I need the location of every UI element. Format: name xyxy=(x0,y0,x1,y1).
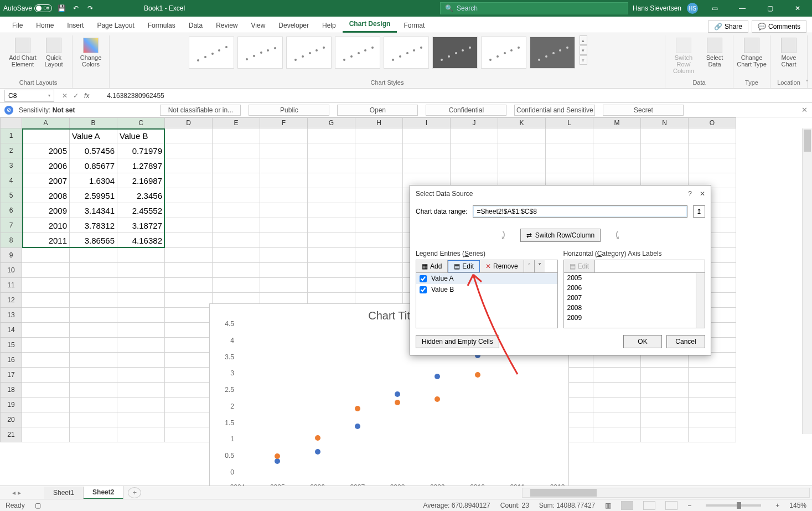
cell-B6[interactable]: 3.14341 xyxy=(70,203,117,218)
cell-C3[interactable]: 1.27897 xyxy=(117,158,165,173)
cell-L3[interactable] xyxy=(546,158,593,173)
column-header-B[interactable]: B xyxy=(70,117,117,128)
cell-O20[interactable] xyxy=(689,412,736,427)
cell-B21[interactable] xyxy=(70,427,117,442)
cell-A13[interactable] xyxy=(22,308,70,323)
sensitivity-secret[interactable]: Secret xyxy=(603,105,684,116)
name-box[interactable]: C8▾ xyxy=(4,90,54,102)
cell-O2[interactable] xyxy=(689,143,736,158)
chart-data-range-input[interactable] xyxy=(473,205,687,218)
series-move-up-button[interactable]: ˄ xyxy=(524,260,535,272)
cell-O17[interactable] xyxy=(689,368,736,383)
cell-F7[interactable] xyxy=(260,218,308,233)
cell-G7[interactable] xyxy=(308,218,355,233)
cell-E5[interactable] xyxy=(213,188,260,203)
cell-F6[interactable] xyxy=(260,203,308,218)
row-header-10[interactable]: 10 xyxy=(0,263,22,278)
cell-D10[interactable] xyxy=(165,263,213,278)
cell-B18[interactable] xyxy=(70,383,117,398)
cell-M17[interactable] xyxy=(593,368,641,383)
row-header-9[interactable]: 9 xyxy=(0,248,22,263)
cell-F4[interactable] xyxy=(260,173,308,188)
cell-D2[interactable] xyxy=(165,143,213,158)
cell-A16[interactable] xyxy=(22,353,70,368)
cell-A4[interactable]: 2007 xyxy=(22,173,70,188)
cell-A8[interactable]: 2011 xyxy=(22,233,70,248)
row-header-15[interactable]: 15 xyxy=(0,338,22,353)
zoom-out-button[interactable]: − xyxy=(687,502,691,509)
cell-C11[interactable] xyxy=(117,278,165,293)
cell-B11[interactable] xyxy=(70,278,117,293)
chart-styles-gallery[interactable]: ▴▾▿ xyxy=(188,35,587,78)
cell-D19[interactable] xyxy=(165,398,213,412)
cell-M19[interactable] xyxy=(593,398,641,412)
cell-J2[interactable] xyxy=(451,143,498,158)
cell-C9[interactable] xyxy=(117,248,165,263)
column-header-N[interactable]: N xyxy=(641,117,689,128)
row-header-7[interactable]: 7 xyxy=(0,218,22,233)
row-header-14[interactable]: 14 xyxy=(0,323,22,338)
column-header-J[interactable]: J xyxy=(451,117,498,128)
cell-E4[interactable] xyxy=(213,173,260,188)
cell-D1[interactable] xyxy=(165,128,213,143)
page-layout-view-button[interactable] xyxy=(643,501,655,510)
chart-style-3[interactable] xyxy=(286,37,332,69)
cell-B5[interactable]: 2.59951 xyxy=(70,188,117,203)
cell-H7[interactable] xyxy=(355,218,403,233)
cell-B7[interactable]: 3.78312 xyxy=(70,218,117,233)
change-chart-type-button[interactable]: Change Chart Type xyxy=(737,35,767,68)
cell-C13[interactable] xyxy=(117,308,165,323)
row-header-21[interactable]: 21 xyxy=(0,427,22,442)
cell-F2[interactable] xyxy=(260,143,308,158)
cell-G3[interactable] xyxy=(308,158,355,173)
cell-A7[interactable]: 2010 xyxy=(22,218,70,233)
cell-A5[interactable]: 2008 xyxy=(22,188,70,203)
cell-M20[interactable] xyxy=(593,412,641,427)
save-icon[interactable]: 💾 xyxy=(56,3,66,13)
cell-G10[interactable] xyxy=(308,263,355,278)
ribbon-options-icon[interactable]: ▭ xyxy=(704,0,726,17)
cell-G5[interactable] xyxy=(308,188,355,203)
chart-style-7[interactable] xyxy=(481,37,526,69)
search-box[interactable]: 🔍 Search xyxy=(440,2,628,14)
cell-G2[interactable] xyxy=(308,143,355,158)
cell-E10[interactable] xyxy=(213,263,260,278)
column-header-G[interactable]: G xyxy=(308,117,355,128)
chart-styles-nav[interactable]: ▴▾▿ xyxy=(580,35,587,65)
autosave-toggle[interactable]: AutoSave Off xyxy=(3,4,52,12)
cell-C7[interactable]: 3.18727 xyxy=(117,218,165,233)
cell-O18[interactable] xyxy=(689,383,736,398)
cell-B12[interactable] xyxy=(70,293,117,308)
column-header-F[interactable]: F xyxy=(260,117,308,128)
cell-C4[interactable]: 2.16987 xyxy=(117,173,165,188)
dialog-close-icon[interactable]: ✕ xyxy=(700,190,705,198)
collapse-dialog-icon[interactable]: ↥ xyxy=(693,205,705,218)
dialog-help-icon[interactable]: ? xyxy=(688,190,692,198)
category-item[interactable]: 2006 xyxy=(564,283,705,293)
cell-F10[interactable] xyxy=(260,263,308,278)
cell-D13[interactable] xyxy=(165,308,213,323)
series-list[interactable]: Value A Value B xyxy=(416,273,558,328)
cell-F8[interactable] xyxy=(260,233,308,248)
cell-C16[interactable] xyxy=(117,353,165,368)
maximize-icon[interactable]: ▢ xyxy=(759,0,781,17)
cell-H1[interactable] xyxy=(355,128,403,143)
cell-N17[interactable] xyxy=(641,368,689,383)
cell-D8[interactable] xyxy=(165,233,213,248)
minimize-icon[interactable]: — xyxy=(731,0,753,17)
cell-G11[interactable] xyxy=(308,278,355,293)
hidden-empty-cells-button[interactable]: Hidden and Empty Cells xyxy=(416,335,499,348)
row-header-5[interactable]: 5 xyxy=(0,188,22,203)
cell-B13[interactable] xyxy=(70,308,117,323)
cell-A2[interactable]: 2005 xyxy=(22,143,70,158)
cell-B3[interactable]: 0.85677 xyxy=(70,158,117,173)
cell-I1[interactable] xyxy=(403,128,451,143)
series-move-down-button[interactable]: ˅ xyxy=(535,260,545,272)
cell-H2[interactable] xyxy=(355,143,403,158)
cell-L1[interactable] xyxy=(546,128,593,143)
row-header-20[interactable]: 20 xyxy=(0,412,22,427)
cell-E9[interactable] xyxy=(213,248,260,263)
cell-D17[interactable] xyxy=(165,368,213,383)
cell-K3[interactable] xyxy=(498,158,546,173)
cell-M21[interactable] xyxy=(593,427,641,442)
